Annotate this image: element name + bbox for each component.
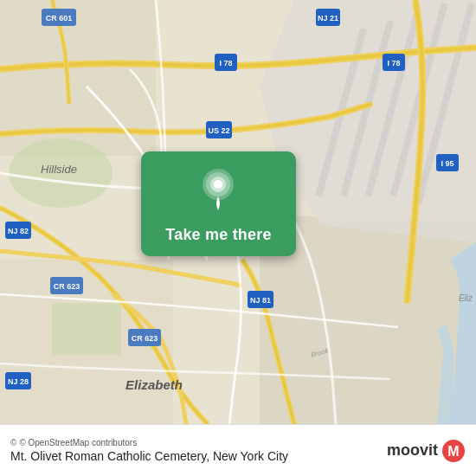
navigation-card: Take me there (125, 151, 312, 256)
location-pin-icon (199, 167, 237, 215)
copyright-symbol: © (10, 438, 16, 447)
map-container: CR 601 I 78 US 22 NJ 21 I 78 I 95 NJ 82 … (0, 0, 476, 424)
svg-text:CR 623: CR 623 (54, 282, 80, 291)
info-bar: © © OpenStreetMap contributors Mt. Olive… (0, 424, 476, 476)
location-name: Mt. Olivet Roman Catholic Cemetery, New … (10, 449, 288, 463)
svg-text:CR 601: CR 601 (46, 14, 73, 23)
credit-text: © OpenStreetMap contributors (19, 438, 137, 447)
svg-text:Elizabeth: Elizabeth (125, 377, 183, 392)
green-card: Take me there (141, 151, 295, 256)
svg-text:M: M (447, 444, 459, 459)
svg-text:I 78: I 78 (219, 59, 232, 68)
svg-text:Eliz: Eliz (459, 293, 473, 303)
svg-text:NJ 28: NJ 28 (8, 377, 29, 386)
svg-text:I 95: I 95 (441, 159, 453, 168)
moovit-brand-text: moovit (387, 441, 438, 460)
svg-point-41 (214, 180, 222, 189)
svg-text:CR 623: CR 623 (132, 334, 158, 343)
svg-text:Hillside: Hillside (41, 163, 77, 176)
svg-text:NJ 21: NJ 21 (318, 14, 338, 23)
svg-text:US 22: US 22 (208, 126, 229, 135)
svg-rect-11 (52, 303, 121, 355)
svg-text:I 78: I 78 (387, 59, 400, 68)
bottom-left: © © OpenStreetMap contributors Mt. Olive… (10, 438, 288, 463)
moovit-logo: moovit M (387, 439, 466, 463)
openstreetmap-credit: © © OpenStreetMap contributors (10, 438, 288, 447)
svg-text:NJ 81: NJ 81 (250, 296, 271, 305)
moovit-brand-icon: M (441, 439, 466, 463)
take-me-there-button[interactable]: Take me there (165, 226, 271, 244)
svg-text:NJ 82: NJ 82 (8, 227, 29, 235)
